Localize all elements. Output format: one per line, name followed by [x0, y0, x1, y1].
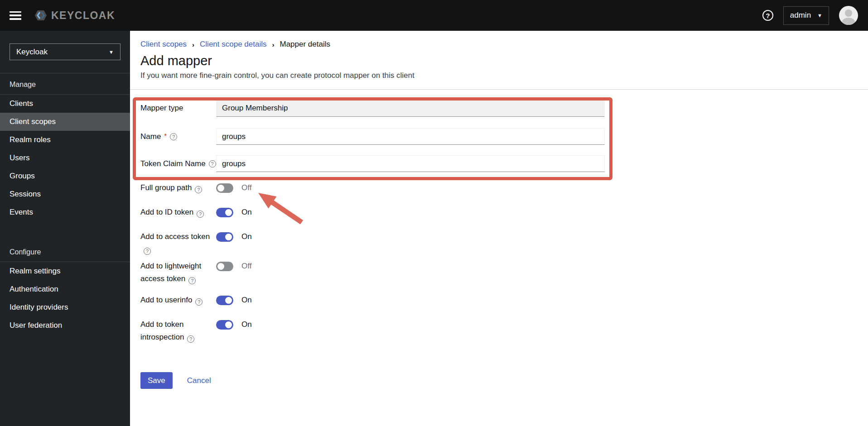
- save-button[interactable]: Save: [140, 372, 173, 389]
- keycloak-logo-icon: [34, 9, 48, 22]
- sidebar-item-realm-settings[interactable]: Realm settings: [0, 262, 130, 280]
- sidebar-item-sessions[interactable]: Sessions: [0, 185, 130, 203]
- token-claim-name-row: Token Claim Name ?: [140, 155, 868, 172]
- realm-selector-label: Keycloak: [16, 48, 48, 57]
- full-group-path-label: Full group path?: [140, 178, 216, 194]
- sidebar: Keycloak ▼ ManageClientsClient scopesRea…: [0, 31, 130, 426]
- help-icon[interactable]: ?: [197, 211, 204, 218]
- sidebar-item-client-scopes[interactable]: Client scopes: [0, 113, 130, 131]
- help-icon[interactable]: ?: [170, 133, 177, 140]
- add-to-access-token-row: Add to access token?On: [140, 227, 868, 256]
- breadcrumb-link-client-scope-details[interactable]: Client scope details: [200, 40, 266, 49]
- required-asterisk: *: [164, 132, 167, 139]
- mapper-type-label: Mapper type: [140, 104, 216, 113]
- name-row: Name * ?: [140, 128, 868, 145]
- nav-section-title-manage: Manage: [0, 73, 130, 95]
- form-actions: Save Cancel: [140, 372, 868, 389]
- add-to-id-token-state-label: On: [241, 208, 252, 217]
- breadcrumb-link-client-scopes[interactable]: Client scopes: [140, 40, 187, 49]
- hamburger-menu-icon[interactable]: [10, 11, 21, 20]
- sidebar-item-users[interactable]: Users: [0, 149, 130, 167]
- help-icon[interactable]: ?: [762, 10, 773, 21]
- help-icon[interactable]: ?: [209, 160, 216, 168]
- keycloak-logo: KEYCLOAK: [34, 9, 115, 22]
- chevron-down-icon: ▼: [109, 49, 114, 55]
- add-to-access-token-label: Add to access token?: [140, 227, 216, 256]
- breadcrumb-separator-icon: ›: [192, 41, 194, 48]
- sidebar-item-events[interactable]: Events: [0, 203, 130, 221]
- add-to-userinfo-toggle[interactable]: [216, 296, 233, 305]
- add-to-token-introspection-toggle[interactable]: [216, 320, 233, 330]
- add-to-lightweight-access-token-toggle[interactable]: [216, 262, 233, 271]
- mapper-type-input[interactable]: [216, 100, 605, 117]
- breadcrumb-separator-icon: ›: [272, 41, 274, 48]
- add-to-userinfo-row: Add to userinfo?On: [140, 291, 868, 310]
- add-to-access-token-state-label: On: [241, 232, 252, 241]
- help-icon[interactable]: ?: [188, 277, 196, 284]
- add-to-lightweight-access-token-label: Add to lightweight access token?: [140, 257, 216, 285]
- full-group-path-state-label: Off: [241, 183, 251, 192]
- avatar[interactable]: [839, 6, 858, 25]
- sidebar-item-clients[interactable]: Clients: [0, 95, 130, 113]
- add-to-token-introspection-label: Add to token introspection?: [140, 315, 216, 344]
- token-claim-name-label: Token Claim Name ?: [140, 159, 216, 168]
- add-to-userinfo-state-label: On: [241, 296, 252, 305]
- full-group-path-row: Full group path?Off: [140, 178, 868, 197]
- page-title: Add mapper: [140, 53, 868, 68]
- help-icon[interactable]: ?: [195, 298, 203, 306]
- cancel-button[interactable]: Cancel: [187, 376, 211, 385]
- user-menu-dropdown[interactable]: admin ▼: [783, 6, 829, 25]
- help-icon[interactable]: ?: [195, 186, 202, 193]
- add-to-access-token-toggle[interactable]: [216, 232, 233, 242]
- main-content: Client scopes › Client scope details › M…: [130, 31, 868, 426]
- realm-selector-block: Keycloak ▼: [0, 31, 130, 73]
- user-menu-label: admin: [790, 11, 811, 20]
- add-to-id-token-label: Add to ID token?: [140, 203, 216, 219]
- sidebar-item-user-federation[interactable]: User federation: [0, 316, 130, 335]
- sidebar-item-groups[interactable]: Groups: [0, 167, 130, 185]
- help-icon[interactable]: ?: [144, 248, 151, 255]
- sidebar-nav: ManageClientsClient scopesRealm rolesUse…: [0, 73, 130, 335]
- breadcrumb-current: Mapper details: [280, 40, 330, 49]
- mapper-form: Mapper type Name * ? Token Claim Name ? …: [140, 100, 868, 389]
- top-bar: KEYCLOAK ? admin ▼: [0, 0, 868, 31]
- add-to-id-token-toggle[interactable]: [216, 208, 233, 217]
- token-claim-name-input[interactable]: [216, 155, 605, 172]
- divider: [130, 89, 868, 90]
- realm-selector[interactable]: Keycloak ▼: [10, 43, 121, 60]
- brand-text: KEYCLOAK: [51, 10, 115, 22]
- add-to-lightweight-access-token-row: Add to lightweight access token?Off: [140, 257, 868, 285]
- add-to-token-introspection-state-label: On: [241, 320, 252, 329]
- sidebar-item-identity-providers[interactable]: Identity providers: [0, 298, 130, 316]
- nav-section-title-configure: Configure: [0, 241, 130, 262]
- name-label: Name * ?: [140, 132, 216, 141]
- toggle-rows: Full group path?OffAdd to ID token?OnAdd…: [140, 178, 868, 344]
- sidebar-item-authentication[interactable]: Authentication: [0, 280, 130, 298]
- mapper-type-row: Mapper type: [140, 100, 868, 117]
- page-subtitle: If you want more fine-grain control, you…: [140, 71, 868, 80]
- sidebar-item-realm-roles[interactable]: Realm roles: [0, 131, 130, 149]
- help-icon[interactable]: ?: [187, 335, 194, 343]
- add-to-token-introspection-row: Add to token introspection?On: [140, 315, 868, 344]
- add-to-id-token-row: Add to ID token?On: [140, 203, 868, 222]
- add-to-userinfo-label: Add to userinfo?: [140, 291, 216, 306]
- chevron-down-icon: ▼: [817, 13, 822, 18]
- breadcrumb: Client scopes › Client scope details › M…: [140, 40, 868, 49]
- name-input[interactable]: [216, 128, 605, 145]
- add-to-lightweight-access-token-state-label: Off: [241, 262, 251, 271]
- full-group-path-toggle[interactable]: [216, 183, 233, 193]
